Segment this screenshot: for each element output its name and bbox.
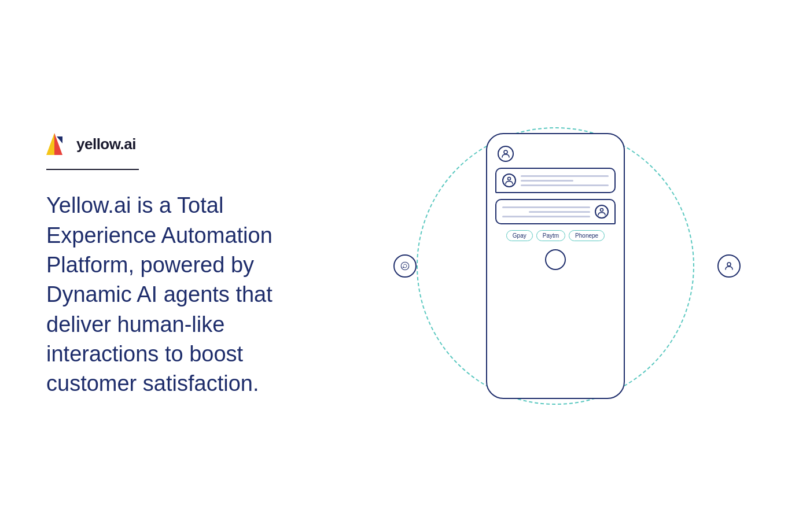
chip-phonepe: Phonepe — [569, 230, 605, 241]
svg-point-3 — [504, 150, 507, 154]
svg-marker-0 — [46, 133, 54, 155]
phone-top-user-icon — [498, 146, 514, 162]
chat-bubble-2 — [495, 199, 616, 224]
right-panel: Gpay Paytm Phonepe — [347, 64, 764, 468]
line — [529, 211, 590, 213]
svg-point-5 — [601, 209, 603, 212]
line — [502, 216, 590, 217]
logo-area: yellow.ai — [46, 133, 347, 155]
chat-bubble-1 — [495, 168, 616, 193]
phone-mockup: Gpay Paytm Phonepe — [486, 133, 625, 399]
whatsapp-float-icon — [393, 254, 417, 278]
svg-marker-1 — [54, 133, 62, 155]
user-float-icon — [717, 254, 741, 278]
svg-point-4 — [508, 178, 511, 180]
user-icon-float — [724, 261, 734, 271]
line — [502, 206, 590, 208]
user-icon-bubble1 — [505, 176, 514, 185]
main-container: yellow.ai Yellow.ai is a Total Experienc… — [0, 29, 810, 503]
left-panel: yellow.ai Yellow.ai is a Total Experienc… — [46, 133, 347, 398]
line — [521, 184, 609, 186]
tagline-text: Yellow.ai is a Total Experience Automati… — [46, 191, 347, 398]
user-icon-top — [501, 149, 510, 158]
logo-text: yellow.ai — [76, 135, 136, 153]
line — [521, 180, 573, 182]
line — [521, 175, 609, 177]
user-icon-bubble2 — [597, 207, 606, 216]
home-button — [545, 249, 566, 270]
bubble-avatar-2 — [595, 205, 609, 219]
bubble-lines-2 — [502, 206, 590, 217]
yellow-ai-logo-icon — [46, 133, 71, 155]
bubble-avatar-1 — [502, 173, 516, 187]
whatsapp-icon — [400, 261, 410, 271]
divider — [46, 169, 139, 170]
svg-point-7 — [727, 263, 731, 266]
svg-point-6 — [401, 262, 409, 270]
bubble-lines-1 — [521, 175, 609, 186]
chip-paytm: Paytm — [536, 230, 565, 241]
payment-chips: Gpay Paytm Phonepe — [506, 230, 605, 241]
chip-gpay: Gpay — [506, 230, 533, 241]
